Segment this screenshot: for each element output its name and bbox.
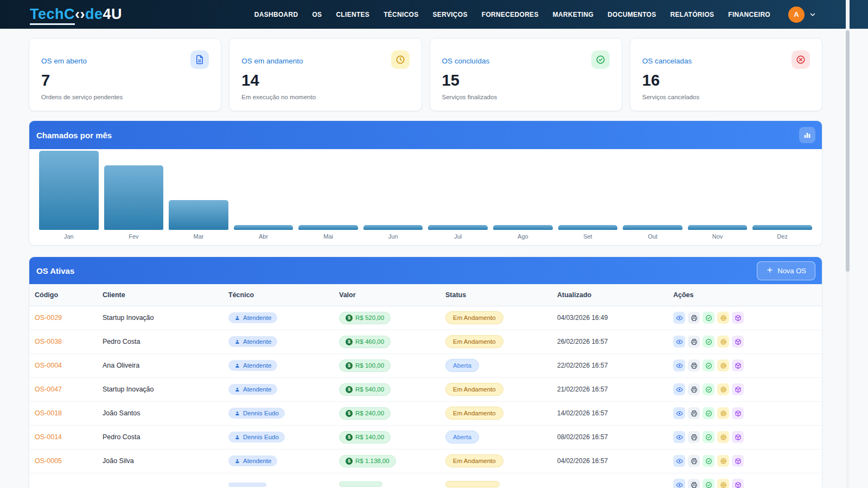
nav-item-documentos[interactable]: DOCUMENTOS [608,11,656,18]
action-settings-button[interactable] [717,359,729,371]
action-complete-button[interactable] [703,383,714,395]
action-package-button[interactable] [732,407,744,419]
action-complete-button[interactable] [703,479,714,488]
os-cliente: Pedro Costa [97,330,223,354]
stat-subtitle: Ordens de serviço pendentes [41,94,209,100]
action-complete-button[interactable] [703,312,714,324]
valor-badge: $R$ 460,00 [339,336,391,348]
action-view-button[interactable] [673,479,685,488]
action-settings-button[interactable] [717,336,729,348]
action-print-button[interactable] [688,479,700,488]
action-package-button[interactable] [732,455,744,467]
action-print-button[interactable] [688,312,700,324]
action-print-button[interactable] [688,407,700,419]
action-view-button[interactable] [673,336,685,348]
action-print-button[interactable] [688,383,700,395]
action-view-button[interactable] [673,455,685,467]
action-package-button[interactable] [732,479,744,488]
action-settings-button[interactable] [717,312,729,324]
nav-item-relatorios[interactable]: RELATÓRIOS [671,11,714,18]
table-row: OS-0038 Pedro Costa Atendente $R$ 460,00… [29,330,822,354]
action-settings-button[interactable] [717,455,729,467]
tecnico-badge: Dennis Eudo [228,432,285,442]
action-package-button[interactable] [732,336,744,348]
action-settings-button[interactable] [717,431,729,443]
user-menu[interactable]: A [788,7,816,23]
nav-item-financeiro[interactable]: FINANCEIRO [728,11,770,18]
bar-label-fev: Fev [104,233,164,240]
stat-title: OS em andamento [241,48,303,65]
document-icon [190,50,209,69]
action-print-button[interactable] [688,455,700,467]
os-codigo: OS-0018 [29,401,97,425]
action-settings-button[interactable] [717,407,729,419]
action-view-button[interactable] [673,383,685,395]
action-settings-button[interactable] [717,383,729,395]
nav-item-dashboard[interactable]: DASHBOARD [254,11,298,18]
nav-item-tecnicos[interactable]: TÉCNICOS [384,11,418,18]
action-package-button[interactable] [732,383,744,395]
nav-item-servicos[interactable]: SERVIÇOS [433,11,468,18]
status-badge: Em Andamento [445,407,503,420]
nova-os-button-label: Nova OS [777,267,806,275]
action-package-button[interactable] [732,312,744,324]
action-view-button[interactable] [673,312,685,324]
stat-title: OS concluídas [442,48,490,65]
chart-title: Chamados por mês [36,131,112,140]
action-print-button[interactable] [688,336,700,348]
action-view-button[interactable] [673,431,685,443]
row-actions [673,359,822,371]
action-settings-button[interactable] [717,479,729,488]
person-icon [234,315,240,321]
action-complete-button[interactable] [703,431,714,443]
chevron-down-icon[interactable] [809,11,816,18]
bar-label-jun: Jun [363,233,423,240]
os-atualizado: 22/02/2026 16:57 [552,354,668,377]
column-header-atualizado: Atualizado [552,284,668,306]
bar-jul [428,225,488,230]
os-atualizado: 26/02/2026 16:57 [552,330,668,354]
brand-part-cyan: TechC [30,6,75,25]
action-view-button[interactable] [673,407,685,419]
action-view-button[interactable] [673,359,685,371]
action-complete-button[interactable] [703,455,714,467]
bar-label-jul: Jul [428,233,488,240]
table-body: OS-0029 Startup Inovação Atendente $R$ 5… [29,306,822,488]
action-print-button[interactable] [688,359,700,371]
os-table-panel: OS Ativas Nova OS CódigoClienteTécnicoVa… [29,256,822,488]
action-package-button[interactable] [732,359,744,371]
plus-icon [766,266,774,275]
stat-value: 15 [442,73,610,88]
nav-item-marketing[interactable]: MARKETING [553,11,593,18]
bar-abr [234,225,293,230]
nav-item-os[interactable]: OS [312,11,322,18]
dollar-icon: $ [346,434,353,441]
stat-subtitle: Serviços finalizados [442,94,610,100]
action-print-button[interactable] [688,431,700,443]
row-actions [673,312,822,324]
row-actions [673,431,822,443]
nav-item-fornecedores[interactable]: FORNECEDORES [482,11,539,18]
tecnico-badge: Atendente [228,360,277,371]
scrollbar-thumb[interactable] [846,30,850,272]
table-row: OS-0018 João Santos Dennis Eudo $R$ 240,… [29,401,822,425]
action-complete-button[interactable] [703,336,714,348]
status-badge: Em Andamento [445,311,503,324]
nova-os-button[interactable]: Nova OS [757,261,815,280]
os-cliente: João Santos [97,401,223,425]
valor-badge: $R$ 1.138,00 [339,455,396,467]
x-circle-icon [792,50,810,69]
avatar[interactable]: A [788,7,805,23]
action-complete-button[interactable] [703,359,714,371]
action-package-button[interactable] [732,431,744,443]
action-complete-button[interactable] [703,407,714,419]
person-icon [234,339,240,345]
nav-item-clientes[interactable]: CLIENTES [336,11,369,18]
bar-chart-icon[interactable] [799,127,815,143]
brand-logo[interactable]: TechC‹›de4U [30,6,122,23]
bar-out [623,225,682,230]
scrollbar-track[interactable] [846,0,850,488]
table-row: OS-0029 Startup Inovação Atendente $R$ 5… [29,306,822,330]
top-navbar: TechC‹›de4U DASHBOARDOSCLIENTESTÉCNICOSS… [0,0,868,29]
os-cliente: Pedro Costa [97,425,223,449]
